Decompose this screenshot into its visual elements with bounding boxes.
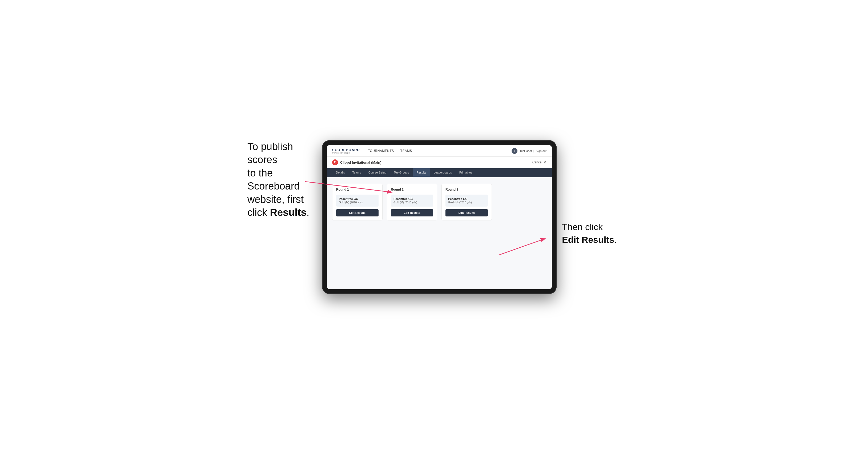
user-avatar: T <box>512 148 518 154</box>
tab-details[interactable]: Details <box>332 168 349 177</box>
tab-printables[interactable]: Printables <box>456 168 476 177</box>
tab-results[interactable]: Results <box>413 168 430 177</box>
round-card-3: Round 3 Peachtree GC Gold (M) (7010 yds)… <box>441 184 492 220</box>
tournament-name: Clippd Invitational (Main) <box>340 160 381 164</box>
round-card-2: Round 2 Peachtree GC Gold (M) (7010 yds)… <box>387 184 437 220</box>
round-2-course-details: Gold (M) (7010 yds) <box>394 201 431 204</box>
round-1-course-card: Peachtree GC Gold (M) (7010 yds) <box>336 195 378 207</box>
user-label: Test User | <box>520 149 533 153</box>
round-1-course-name: Peachtree GC <box>339 197 376 200</box>
round-1-course-details: Gold (M) (7010 yds) <box>339 201 376 204</box>
edit-results-button-1[interactable]: Edit Results <box>336 209 378 216</box>
nav-teams[interactable]: TEAMS <box>400 149 412 153</box>
top-nav: SCOREBOARD Powered by clippd TOURNAMENTS… <box>327 145 552 157</box>
sub-header: C Clippd Invitational (Main) Cancel ✕ <box>327 157 552 168</box>
tab-course-setup[interactable]: Course Setup <box>365 168 390 177</box>
signout-link[interactable]: Sign out <box>536 149 547 153</box>
nav-tournaments[interactable]: TOURNAMENTS <box>368 149 394 153</box>
c-logo: C <box>332 159 338 165</box>
tab-tee-groups[interactable]: Tee Groups <box>390 168 413 177</box>
round-2-title: Round 2 <box>391 188 433 191</box>
tablet-screen: SCOREBOARD Powered by clippd TOURNAMENTS… <box>327 145 552 289</box>
nav-right: T Test User | Sign out <box>512 148 547 154</box>
edit-results-button-3[interactable]: Edit Results <box>445 209 488 216</box>
logo-area: SCOREBOARD Powered by clippd <box>332 147 360 154</box>
tab-leaderboards[interactable]: Leaderboards <box>430 168 456 177</box>
instruction-left: To publish scores to the Scoreboard webs… <box>247 140 317 219</box>
tab-teams[interactable]: Teams <box>349 168 365 177</box>
round-2-course-name: Peachtree GC <box>394 197 431 200</box>
logo-sub: Powered by clippd <box>332 152 360 154</box>
round-2-course-card: Peachtree GC Gold (M) (7010 yds) <box>391 195 433 207</box>
logo-text: SCOREBOARD <box>332 148 360 152</box>
round-3-course-details: Gold (M) (7010 yds) <box>448 201 485 204</box>
round-3-course-name: Peachtree GC <box>448 197 485 200</box>
nav-links: TOURNAMENTS TEAMS <box>368 149 512 153</box>
edit-results-button-2[interactable]: Edit Results <box>391 209 433 216</box>
instruction-right: Then click Edit Results. <box>562 221 621 246</box>
tablet-frame: SCOREBOARD Powered by clippd TOURNAMENTS… <box>322 140 557 294</box>
tab-nav: Details Teams Course Setup Tee Groups Re… <box>327 168 552 177</box>
cancel-button[interactable]: Cancel ✕ <box>532 160 547 164</box>
content-area: Round 1 Peachtree GC Gold (M) (7010 yds)… <box>327 177 552 289</box>
round-1-title: Round 1 <box>336 188 378 191</box>
round-3-title: Round 3 <box>445 188 488 191</box>
empty-column <box>496 184 547 220</box>
rounds-grid: Round 1 Peachtree GC Gold (M) (7010 yds)… <box>332 184 547 220</box>
round-3-course-card: Peachtree GC Gold (M) (7010 yds) <box>445 195 488 207</box>
tournament-title: C Clippd Invitational (Main) <box>332 159 381 165</box>
round-card-1: Round 1 Peachtree GC Gold (M) (7010 yds)… <box>332 184 382 220</box>
